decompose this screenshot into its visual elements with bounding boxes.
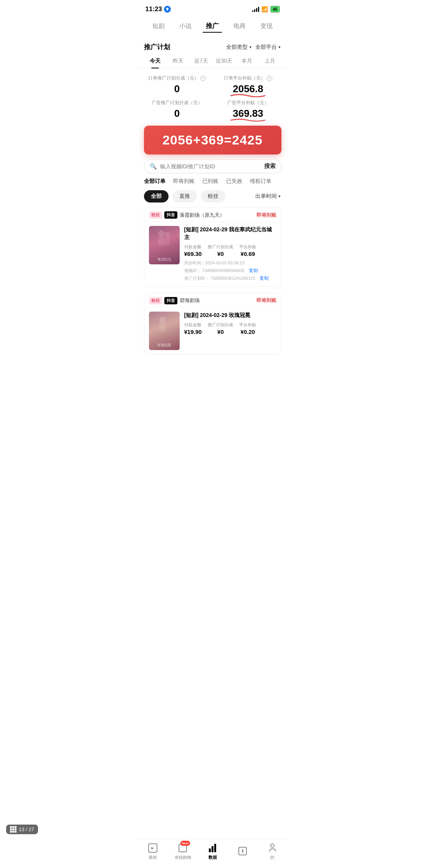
filter-platform-button[interactable]: 全部平台 [255,44,281,51]
stat-ad-subsidy-label: 广告平台补贴（元） [215,100,281,106]
date-tabs: 今天 昨天 近7天 近30天 本月 上月 [138,55,288,69]
order-commission-1: 推广计划分成 ¥0 [208,244,233,257]
order-card-2-body: 玫瑰冠冕 [短剧] 2024-02-29 玫瑰冠冕 付款金额 ¥19.90 推广… [144,308,281,354]
svg-rect-1 [158,237,164,246]
bottom-nav-shopping-label: 省钱购物 [174,855,191,860]
help-icon-2[interactable]: ? [267,76,272,81]
stat-order-subsidy-label: 订单平台补贴（元） ? [215,75,281,81]
sort-pill-direct[interactable]: 直推 [172,190,197,202]
nav-item-tuiguang[interactable]: 推广 [203,20,222,33]
filter-type-button[interactable]: 全部类型 [226,44,252,51]
order-tab-received[interactable]: 已到账 [202,178,218,186]
bottom-nav-data[interactable]: 数据 [201,843,224,860]
status-time: 11:23 [146,5,171,13]
stat-ad-subsidy-value: 369.83 [233,108,263,119]
order-card-1-body: 寒武纪元 [短剧] 2024-02-29 我在寒武纪元当城主 付款金额 ¥69.… [144,222,281,286]
stat-order-commission-value: 0 [174,83,180,95]
search-button[interactable]: 搜索 [264,163,276,170]
date-tab-lastmonth[interactable]: 上月 [258,55,281,68]
help-icon-1[interactable]: ? [200,76,206,81]
svg-rect-3 [165,238,170,246]
search-icon: 🔍 [150,163,157,170]
order-meta-1: 同步时间：2024-03-02 03:38:13 视频ID： 734086934… [184,259,276,282]
order-thumb-image-2: 玫瑰冠冕 [149,312,180,350]
tag-fans-2: 粉丝 [149,297,162,304]
order-thumb-2: 玫瑰冠冕 [149,312,180,350]
stats-grid: 订单推广计划分成（元） ? 0 订单平台补贴（元） ? 2056.8 广告推广计… [138,69,288,124]
order-card-2: 粉丝 抖音 碧海剧场 即将到账 玫瑰冠冕 [短剧] 2024-02-29 玫瑰冠… [144,293,281,354]
order-tabs: 全部订单 即将到账 已到账 已失效 维权订单 [138,178,288,190]
search-input[interactable] [160,163,261,169]
order-platform-name-1: 落霞剧场（原九天） [180,212,254,219]
order-tab-pending[interactable]: 即将到账 [173,178,195,186]
search-bar[interactable]: 🔍 搜索 [144,159,281,173]
top-navigation: 短剧 小说 推广 电商 变现 [138,16,288,38]
order-tab-dispute[interactable]: 维权订单 [250,178,271,186]
bottom-navigation: 素材 New 省钱购物 数据 的 [138,839,288,868]
tag-fans-1: 粉丝 [149,211,162,219]
order-subsidy-1: 平台补贴 ¥0.69 [239,244,256,257]
status-bar: 11:23 📶 45 [138,0,288,16]
signal-icon [252,7,259,12]
order-payment-1: 付款金额 ¥69.30 [184,244,202,257]
copy-video-id-1[interactable]: 复制 [249,268,258,273]
status-right: 📶 45 [252,6,279,13]
order-sync-time-1: 同步时间：2024-03-02 03:38:13 [184,259,276,267]
order-info-1: [短剧] 2024-02-29 我在寒武纪元当城主 付款金额 ¥69.30 推广… [184,226,276,282]
order-thumb-1: 寒武纪元 [149,226,180,264]
bag-icon: New [178,843,188,853]
bottom-nav-profile-label: 的 [270,855,275,860]
order-card-1-header: 粉丝 抖音 落霞剧场（原九天） 即将到账 [144,207,281,222]
section-header: 推广计划 全部类型 全部平台 [138,38,288,55]
order-subsidy-2: 平台补贴 ¥0.20 [239,322,256,335]
nav-item-xiaoshuo[interactable]: 小说 [176,21,195,32]
order-plan-id-1: 推广计划ID： 7328558361241305115 复制 [184,274,276,282]
order-stats-1: 付款金额 ¥69.30 推广计划分成 ¥0 平台补贴 ¥0.69 [184,244,276,257]
stat-ad-commission-value: 0 [174,108,180,119]
play-icon [148,843,158,853]
wifi-icon: 📶 [261,6,268,12]
order-tab-all[interactable]: 全部订单 [144,178,165,186]
bottom-nav-download[interactable] [231,846,254,858]
date-tab-thismonth[interactable]: 本月 [235,55,258,68]
date-tab-yesterday[interactable]: 昨天 [167,55,190,68]
order-title-1: [短剧] 2024-02-29 我在寒武纪元当城主 [184,226,276,241]
sort-time-button[interactable]: 出单时间 [255,193,281,200]
date-tab-7days[interactable]: 近7天 [190,55,213,68]
stat-ad-commission: 广告推广计划分成（元） 0 [144,100,210,119]
bottom-nav-sucai[interactable]: 素材 [141,843,164,860]
bottom-nav-sucai-label: 素材 [149,855,157,860]
location-icon [164,6,171,13]
sort-row: 全部 直推 粉丝 出单时间 [138,190,288,207]
battery-indicator: 45 [270,6,279,13]
bottom-nav-shopping[interactable]: New 省钱购物 [171,843,194,860]
bottom-nav-profile[interactable]: 的 [261,843,284,860]
sort-pill-fans[interactable]: 粉丝 [201,190,225,202]
svg-point-0 [158,230,164,237]
user-icon [268,843,278,853]
nav-item-duanju[interactable]: 短剧 [149,21,168,32]
filter-buttons: 全部类型 全部平台 [226,44,281,51]
svg-rect-5 [159,324,166,332]
stat-order-subsidy-value-wrap: 2056.8 [233,83,263,95]
stat-order-subsidy: 订单平台补贴（元） ? 2056.8 [215,75,281,95]
nav-item-dianshang[interactable]: 电商 [230,21,249,32]
order-thumb-label-2: 玫瑰冠冕 [156,343,173,348]
new-badge: New [180,841,190,846]
order-thumb-label-1: 寒武纪元 [156,257,173,262]
stat-order-commission: 订单推广计划分成（元） ? 0 [144,75,210,95]
data-icon [208,843,218,853]
order-status-1: 即将到账 [256,212,276,219]
date-tab-30days[interactable]: 近30天 [213,55,236,68]
promo-banner-text: 2056+369=2425 [152,133,274,148]
download-icon [238,846,248,856]
svg-point-2 [165,232,170,238]
svg-point-4 [159,317,166,324]
stat-ad-subsidy: 广告平台补贴（元） 369.83 [215,100,281,119]
nav-item-bianxian[interactable]: 变现 [257,21,276,32]
date-tab-today[interactable]: 今天 [144,55,167,68]
stat-order-commission-label: 订单推广计划分成（元） ? [144,75,210,81]
sort-pill-all[interactable]: 全部 [144,190,169,202]
copy-plan-id-1[interactable]: 复制 [260,276,269,281]
order-tab-expired[interactable]: 已失效 [226,178,242,186]
